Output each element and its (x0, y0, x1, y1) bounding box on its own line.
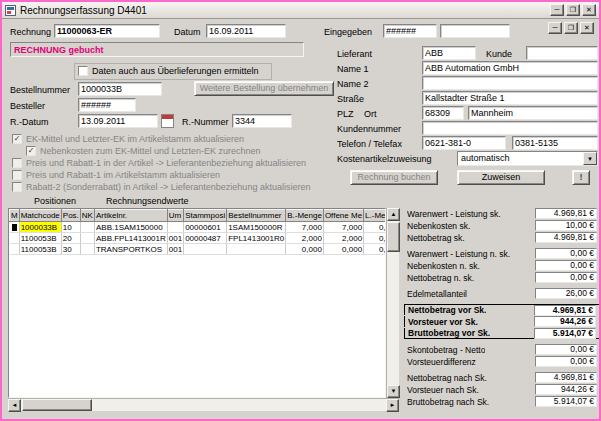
kostenartikel-dropdown[interactable]: automatisch ▼ (457, 151, 598, 166)
datum-field[interactable]: 16.09.2011 (206, 24, 286, 38)
table-cell[interactable]: 1000033B (19, 222, 61, 233)
update-option-row[interactable]: ✓EK-Mittel und Letzter-EK im Artikelstam… (12, 133, 310, 145)
kundennummer-field[interactable] (422, 121, 598, 135)
table-cell[interactable] (80, 222, 94, 233)
scroll-up-icon[interactable]: ▲ (387, 208, 400, 221)
table-cell[interactable] (10, 244, 20, 255)
table-cell[interactable]: 0,000 (364, 222, 386, 233)
vertical-scroll-thumb[interactable] (387, 222, 400, 252)
table-row[interactable]: 1100053B30TRANSPORTKOS0010,0000,0000,000… (10, 244, 387, 255)
update-option-row[interactable]: Preis und Rabatt-1 in der Artikel -> Lie… (12, 157, 310, 169)
tab-positionen[interactable]: Positionen (34, 196, 76, 206)
telefax-field[interactable]: 0381-5135 (512, 136, 598, 150)
column-header-l-menge[interactable]: L.-Menge (364, 210, 386, 222)
positions-grid[interactable]: MMatchcodePos.NKArtikelnr.UmStammposiBes… (8, 208, 386, 398)
table-cell[interactable]: 10 (61, 222, 80, 233)
update-option-row[interactable]: ✓Nebenkosten zum EK-Mittel und Letzten-E… (26, 145, 310, 157)
rechnung-buchen-button[interactable]: Rechnung buchen (350, 170, 438, 185)
minimize-icon[interactable]: ─ (550, 4, 564, 16)
besteller-field[interactable]: ###### (78, 98, 136, 112)
telefon-field[interactable]: 0621-381-0 (422, 136, 506, 150)
rnummer-field[interactable]: 3344 (232, 114, 292, 128)
table-cell[interactable]: 20 (61, 233, 80, 244)
name2-field[interactable] (422, 76, 598, 90)
scroll-down-icon[interactable]: ▼ (387, 385, 400, 398)
table-cell[interactable]: 7,000 (323, 222, 363, 233)
column-header-pos-[interactable]: Pos. (61, 210, 80, 222)
table-cell[interactable]: ABB.FPL1413001R (94, 233, 167, 244)
table-cell[interactable]: 7,000 (286, 222, 324, 233)
table-cell[interactable]: 0,000 (286, 244, 324, 255)
name1-field[interactable]: ABB Automation GmbH (422, 61, 598, 75)
checkbox-icon[interactable] (12, 170, 22, 180)
horizontal-scroll-thumb[interactable] (22, 399, 92, 411)
table-cell[interactable]: TRANSPORTKOS (94, 244, 167, 255)
column-header-offene-me[interactable]: Offene Me (323, 210, 363, 222)
plz-field[interactable]: 68309 (422, 106, 464, 120)
weitere-bestellung-button[interactable]: Weitere Bestellung übernehmen (194, 81, 334, 96)
mdi-minimize-icon[interactable]: ─ (548, 22, 562, 34)
maximize-icon[interactable]: ❐ (566, 4, 580, 16)
scroll-right-icon[interactable]: ► (386, 399, 399, 412)
table-row[interactable]: 1000033B10ABB.1SAM150000000006011SAM1500… (10, 222, 387, 233)
table-cell[interactable]: 30 (61, 244, 80, 255)
table-cell[interactable] (10, 233, 20, 244)
warn-button[interactable]: ! (572, 170, 590, 185)
table-cell[interactable]: 1100053B (19, 233, 61, 244)
scroll-left-icon[interactable]: ◄ (8, 399, 21, 412)
rdatum-field[interactable]: 13.09.2011 (78, 114, 158, 128)
table-cell[interactable]: 2,000 (323, 233, 363, 244)
overdeliveries-checkbox-icon[interactable] (78, 66, 88, 76)
tab-rechnungsendwerte[interactable]: Rechnungsendwerte (106, 196, 189, 206)
table-cell[interactable] (10, 222, 20, 233)
mdi-restore-icon[interactable]: ❐ (564, 22, 578, 34)
column-header-stammposi[interactable]: Stammposi (184, 210, 227, 222)
table-cell[interactable]: 001 (167, 233, 183, 244)
column-header-b-menge[interactable]: B.-Menge (286, 210, 324, 222)
checkbox-icon[interactable]: ✓ (12, 134, 22, 144)
calendar-icon[interactable] (161, 114, 174, 128)
grid-horizontal-scrollbar[interactable]: ◄ ► (8, 398, 399, 411)
chevron-down-icon[interactable]: ▼ (583, 152, 597, 165)
column-header-m[interactable]: M (10, 210, 20, 222)
eingegeben-field[interactable]: ###### (383, 24, 437, 38)
checkbox-icon[interactable] (12, 158, 22, 168)
close-icon[interactable]: ✕ (582, 4, 596, 16)
table-cell[interactable]: FPL1413001R0 (227, 233, 286, 244)
table-cell[interactable] (227, 244, 286, 255)
rechnung-field[interactable]: 11000063-ER (54, 24, 160, 38)
table-cell[interactable]: 0,000 (323, 244, 363, 255)
mdi-close-icon[interactable]: ✕ (580, 22, 594, 34)
lieferant-field[interactable]: ABB (422, 46, 476, 60)
strasse-field[interactable]: Kallstadter Straße 1 (422, 91, 598, 105)
eingegeben-field-2[interactable] (440, 24, 510, 38)
update-option-row[interactable]: Rabatt-2 (Sonderrabatt) in Artikel -> Li… (12, 181, 310, 193)
ort-field[interactable]: Mannheim (468, 106, 598, 120)
column-header-bestellnummer[interactable]: Bestellnummer (227, 210, 286, 222)
column-header-artikelnr-[interactable]: Artikelnr. (94, 210, 167, 222)
kunde-field[interactable] (526, 46, 598, 60)
table-cell[interactable]: 0,000 (364, 233, 386, 244)
table-cell[interactable]: 2,000 (286, 233, 324, 244)
table-cell[interactable]: 001 (167, 244, 183, 255)
table-cell[interactable] (167, 222, 183, 233)
table-cell[interactable]: 1100053B (19, 244, 61, 255)
table-cell[interactable]: 1SAM150000R (227, 222, 286, 233)
table-cell[interactable]: 00000487 (184, 233, 227, 244)
table-cell[interactable] (80, 233, 94, 244)
zuweisen-button[interactable]: Zuweisen (457, 170, 545, 185)
table-cell[interactable] (80, 244, 94, 255)
table-cell[interactable]: 00000601 (184, 222, 227, 233)
table-cell[interactable]: 0,000 (364, 244, 386, 255)
checkbox-icon[interactable]: ✓ (26, 146, 36, 156)
column-header-matchcode[interactable]: Matchcode (19, 210, 61, 222)
bestellnummer-field[interactable]: 1000033B (78, 82, 162, 96)
grid-vertical-scrollbar[interactable]: ▲ ▼ (386, 208, 399, 398)
table-row[interactable]: 1100053B20ABB.FPL1413001R00100000487FPL1… (10, 233, 387, 244)
column-header-um[interactable]: Um (167, 210, 183, 222)
table-cell[interactable] (184, 244, 227, 255)
titlebar[interactable]: Rechnungserfassung D4401 ─ ❐ ✕ (2, 2, 599, 19)
column-header-nk[interactable]: NK (80, 210, 94, 222)
update-option-row[interactable]: Preis und Rabatt-1 im Artikelstamm aktua… (12, 169, 310, 181)
checkbox-icon[interactable] (12, 182, 22, 192)
